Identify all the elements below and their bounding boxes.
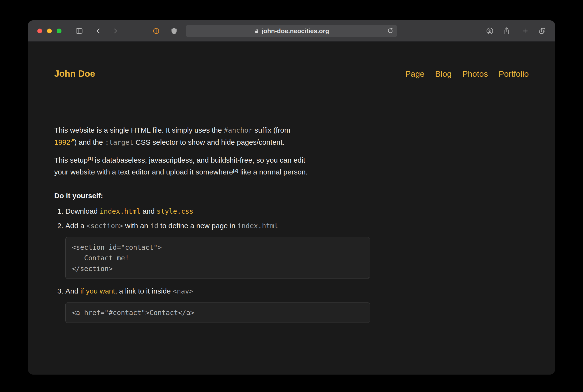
text-span: This setup: [54, 156, 88, 164]
text-span: Add a: [65, 222, 87, 230]
setup-paragraph: This setup[1] is databaseless, javascrip…: [54, 154, 529, 178]
share-button[interactable]: [502, 26, 511, 36]
close-button[interactable]: [37, 28, 42, 34]
minimize-button[interactable]: [47, 28, 52, 34]
site-title: John Doe: [54, 69, 95, 79]
web-page: John Doe Page Blog Photos Portfolio This…: [28, 69, 555, 323]
back-button[interactable]: [94, 26, 103, 36]
nav-link-page[interactable]: Page: [405, 69, 424, 79]
step-add-link: And if you want, a link to it inside <na…: [65, 285, 529, 323]
new-tab-button[interactable]: [520, 26, 530, 36]
site-nav: Page Blog Photos Portfolio: [405, 69, 529, 79]
text-span: with an: [123, 222, 150, 230]
extension-blocker-button[interactable]: [151, 26, 161, 36]
forward-chevron-icon: [111, 27, 119, 35]
text-span: is databaseless, javascriptless, and bui…: [93, 156, 305, 164]
back-chevron-icon: [95, 27, 103, 35]
zoom-button[interactable]: [57, 28, 62, 34]
text-span: to define a new page in: [158, 222, 238, 230]
text-span: your website with a text editor and uplo…: [54, 168, 233, 176]
inline-code: <section>: [87, 222, 123, 230]
text-span: This website is a single HTML file. It s…: [54, 126, 224, 134]
inline-code-accent: index.html: [100, 207, 141, 215]
text-span: like a normal person.: [238, 168, 308, 176]
step-add-section: Add a <section> with an id to define a n…: [65, 220, 529, 279]
inline-code: id: [150, 222, 158, 230]
nav-link-blog[interactable]: Blog: [435, 69, 451, 79]
anchor-code-textarea[interactable]: <a href="#contact">Contact</a>: [65, 302, 370, 323]
window-controls: [37, 28, 62, 34]
download-icon: [486, 27, 494, 35]
nav-link-photos[interactable]: Photos: [462, 69, 488, 79]
orange-circle-slash-icon: [152, 27, 160, 35]
share-icon: [503, 27, 511, 35]
external-link-arrow[interactable]: ↗: [71, 138, 74, 143]
sidebar-toggle-button[interactable]: [74, 26, 84, 36]
diy-heading: Do it yourself:: [54, 192, 529, 200]
footnote-ref: [2]: [233, 168, 238, 173]
sidebar-icon: [75, 27, 83, 35]
shield-icon: [170, 27, 178, 35]
text-span: Download: [65, 207, 100, 215]
browser-titlebar: john-doe.neocities.org: [28, 20, 555, 42]
inline-link[interactable]: if you want: [80, 287, 115, 295]
address-bar[interactable]: john-doe.neocities.org: [186, 25, 397, 37]
text-span: And: [65, 287, 80, 295]
text-span: , a link to it inside: [115, 287, 173, 295]
inline-code: index.html: [238, 222, 278, 230]
site-header: John Doe Page Blog Photos Portfolio: [54, 69, 529, 79]
text-span: CSS selector to show and hide pages/cont…: [133, 138, 284, 146]
diy-steps-list: Download index.html and style.css Add a …: [54, 205, 529, 323]
extension-shield-button[interactable]: [169, 26, 179, 36]
downloads-button[interactable]: [485, 26, 495, 36]
tab-overview-button[interactable]: [537, 26, 547, 36]
browser-window: john-doe.neocities.org: [28, 20, 555, 374]
nav-link-portfolio[interactable]: Portfolio: [498, 69, 529, 79]
plus-icon: [521, 27, 529, 35]
lock-icon[interactable]: [254, 28, 259, 34]
footnote-ref: [1]: [88, 156, 93, 161]
text-span: suffix (from: [253, 126, 290, 134]
inline-link[interactable]: 1992: [54, 138, 71, 146]
url-text: john-doe.neocities.org: [262, 27, 329, 35]
section-code-textarea[interactable]: <section id="contact"> Contact me! </sec…: [65, 237, 370, 279]
intro-paragraph: This website is a single HTML file. It s…: [54, 124, 529, 148]
inline-code-accent: style.css: [157, 207, 193, 215]
inline-code: <nav>: [173, 287, 193, 295]
inline-code: :target: [105, 138, 133, 146]
text-span: and: [140, 207, 157, 215]
inline-code: #anchor: [224, 126, 253, 134]
reload-button[interactable]: [387, 27, 394, 35]
reload-icon: [387, 27, 394, 34]
step-download: Download index.html and style.css: [65, 205, 529, 217]
tabs-overview-icon: [538, 27, 546, 35]
forward-button[interactable]: [110, 26, 120, 36]
text-span: ) and the: [74, 138, 105, 146]
